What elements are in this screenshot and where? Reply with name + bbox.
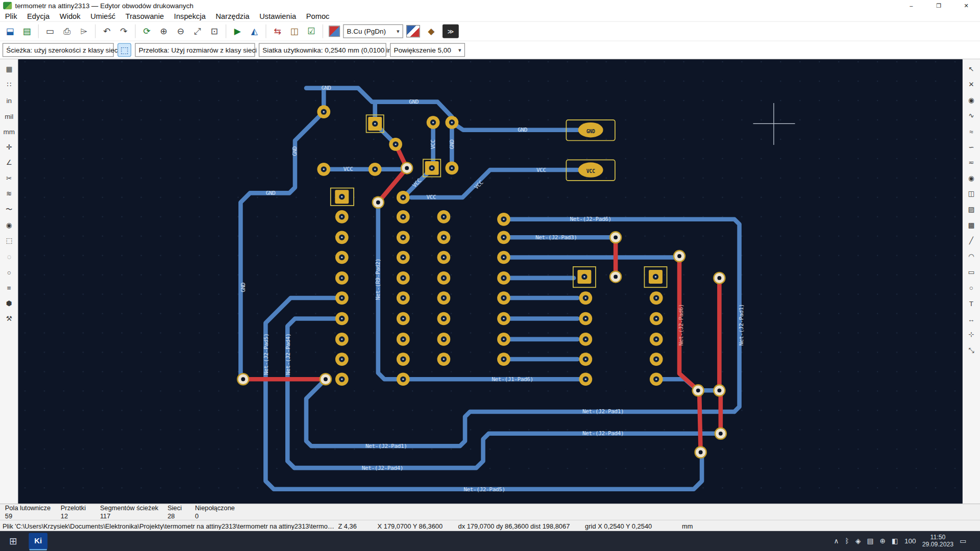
ratsnest-curved-button[interactable]: 〜 xyxy=(2,203,16,217)
tool-delete-button[interactable]: ✕ xyxy=(964,78,978,92)
drc-button[interactable]: ☑ xyxy=(303,23,320,39)
net-label[interactable]: Net-(J2-Pad3) xyxy=(535,234,577,241)
footprint-chooser-button[interactable]: ◆ xyxy=(423,23,439,39)
net-label[interactable]: Net-(J2-Pad5) xyxy=(263,334,270,375)
grid-toggle-button[interactable]: ▦ xyxy=(2,62,16,76)
units-mils-button[interactable]: mil xyxy=(2,109,16,123)
close-button[interactable]: ✕ xyxy=(952,0,980,11)
menu-plik[interactable]: Plik xyxy=(0,11,22,21)
print-button[interactable]: ⎙ xyxy=(59,23,75,39)
net-label[interactable]: Net-(J2-Pad6) xyxy=(678,304,684,345)
notification-icon[interactable]: ▭ xyxy=(960,537,966,545)
pcb-canvas[interactable]: GND GND GND GND GND GND VCC VCC GND VCC … xyxy=(18,59,963,504)
maximize-button[interactable]: ❐ xyxy=(925,0,952,11)
save-button[interactable]: ⬓ xyxy=(2,23,18,39)
menu-narzedzia[interactable]: Narzędzia xyxy=(211,11,255,21)
grid-style-button[interactable]: ∷ xyxy=(2,78,16,92)
tool-dimension-button[interactable]: ↔ xyxy=(964,312,978,326)
net-label[interactable]: GND xyxy=(322,85,331,91)
polar-coordinates-button[interactable]: ∠ xyxy=(2,156,16,170)
tool-add-footprint-button[interactable]: ◫ xyxy=(964,187,978,201)
net-label[interactable]: VCC xyxy=(536,167,546,173)
auto-track-width-toggle[interactable]: ⬚ xyxy=(117,43,131,57)
sketch-mode-button[interactable]: ⬚ xyxy=(2,234,16,248)
footprint-editor-button[interactable]: ◫ xyxy=(286,23,303,39)
net-label[interactable]: GND xyxy=(518,127,527,133)
volume-icon[interactable]: ◧ xyxy=(892,537,898,545)
pcb-drawing[interactable]: GND GND GND GND GND GND VCC VCC GND VCC … xyxy=(18,59,963,504)
vias-outline-button[interactable]: ○ xyxy=(2,265,16,279)
ratsnest-hide-button[interactable]: ≋ xyxy=(2,187,16,201)
net-label[interactable]: Net-(J2-Pad5) xyxy=(463,486,505,493)
net-label[interactable]: Net-(J1-Pad6) xyxy=(492,376,533,383)
net-label[interactable]: Net-(J2-Pad6) xyxy=(570,216,611,222)
appearance-swatch-icon[interactable] xyxy=(406,25,420,37)
refresh-button[interactable]: ⟳ xyxy=(139,23,155,39)
net-label[interactable]: GND xyxy=(409,98,419,105)
preferences-button[interactable]: ⚒ xyxy=(2,312,16,326)
tool-tune-length-button[interactable]: ∽ xyxy=(964,140,978,154)
security-icon[interactable]: ◈ xyxy=(855,537,861,545)
trim-tracks-button[interactable]: ✂ xyxy=(2,171,16,186)
update-pcb-button[interactable]: ⇆ xyxy=(270,23,286,39)
page-settings-button[interactable]: ▭ xyxy=(42,23,58,39)
network-icon[interactable]: ⊕ xyxy=(880,537,886,545)
tool-draw-circle-button[interactable]: ○ xyxy=(964,281,978,295)
tool-highlight-net-button[interactable]: ◉ xyxy=(964,93,978,107)
menu-inspekcja[interactable]: Inspekcja xyxy=(169,11,211,21)
zoom-selector[interactable]: Powiększenie 5,00 ▾ xyxy=(390,43,465,57)
menu-trasowanie[interactable]: Trasowanie xyxy=(120,11,169,21)
minimize-button[interactable]: – xyxy=(897,0,925,11)
menu-ustawienia[interactable]: Ustawienia xyxy=(254,11,301,21)
start-button[interactable]: ⊞ xyxy=(0,531,26,551)
net-label[interactable]: GND xyxy=(240,283,247,292)
tool-draw-zone-button[interactable]: ▨ xyxy=(964,203,978,217)
menu-edycja[interactable]: Edycja xyxy=(22,11,55,21)
tool-origin-button[interactable]: ⊹ xyxy=(964,328,978,342)
cursor-shape-button[interactable]: ✛ xyxy=(2,140,16,154)
tray-expand-icon[interactable]: ∧ xyxy=(834,537,839,545)
zoom-out-button[interactable]: ⊖ xyxy=(173,23,189,39)
tool-keepout-button[interactable]: ▩ xyxy=(964,218,978,232)
net-label[interactable]: GND xyxy=(291,146,298,156)
tool-place-via-button[interactable]: ◉ xyxy=(964,171,978,186)
menu-pomoc[interactable]: Pomoc xyxy=(301,11,334,21)
zoom-selection-button[interactable]: ⊡ xyxy=(206,23,223,39)
zoom-fit-button[interactable]: ⤢ xyxy=(189,23,206,39)
show-ratsnest-button[interactable]: ▶ xyxy=(229,23,246,39)
tool-route-diff-button[interactable]: ≈ xyxy=(964,124,978,139)
layers-manager-button[interactable]: ⬢ xyxy=(2,296,16,310)
kicad-taskbar-button[interactable]: Ki xyxy=(29,533,47,549)
undo-button[interactable]: ↶ xyxy=(99,23,115,39)
grid-selector[interactable]: Siatka użytkownika: 0,2540 mm (0,0100 in… xyxy=(259,43,386,57)
tool-measure-button[interactable]: ⤡ xyxy=(964,343,978,357)
mirror-view-button[interactable]: ◭ xyxy=(246,23,262,39)
tool-add-text-button[interactable]: T xyxy=(964,296,978,310)
units-mm-button[interactable]: mm xyxy=(2,124,16,139)
zoom-in-button[interactable]: ⊕ xyxy=(156,23,172,39)
plot-button[interactable]: ⌲ xyxy=(76,23,92,39)
menu-widok[interactable]: Widok xyxy=(55,11,85,21)
tool-tune-skew-button[interactable]: ≂ xyxy=(964,156,978,170)
taskbar-clock[interactable]: 11:50 29.09.2023 xyxy=(922,534,953,548)
net-label[interactable]: Net-(J2-Pad4) xyxy=(285,334,291,375)
tool-select-button[interactable]: ↖ xyxy=(964,62,978,76)
net-label[interactable]: VCC xyxy=(344,166,353,172)
net-label[interactable]: GND xyxy=(266,190,276,196)
bluetooth-icon[interactable]: ᛒ xyxy=(845,537,849,545)
app-tray-icon[interactable]: ▤ xyxy=(867,537,874,545)
net-label[interactable]: GND xyxy=(449,139,455,149)
net-label[interactable]: Net-(J2-Pad1) xyxy=(365,443,407,449)
net-label[interactable]: Net-(R9-Pad2) xyxy=(375,259,381,300)
tool-draw-line-button[interactable]: ╱ xyxy=(964,234,978,248)
pads-outline-button[interactable]: ◌ xyxy=(2,249,16,264)
tool-draw-arc-button[interactable]: ◠ xyxy=(964,249,978,264)
net-label[interactable]: VCC xyxy=(426,194,436,201)
net-label[interactable]: Net-(J2-Pad4) xyxy=(582,430,624,437)
tool-route-track-button[interactable]: ∿ xyxy=(964,109,978,123)
track-width-selector[interactable]: Ścieżka: użyj szerokości z klasy sieci ▾ xyxy=(3,43,114,57)
layer-selector[interactable]: B.Cu (PgDn) ▾ xyxy=(343,24,403,38)
board-setup-button[interactable]: ▤ xyxy=(19,23,35,39)
units-inches-button[interactable]: in xyxy=(2,93,16,107)
highlight-net-toggle[interactable]: ◉ xyxy=(2,218,16,232)
